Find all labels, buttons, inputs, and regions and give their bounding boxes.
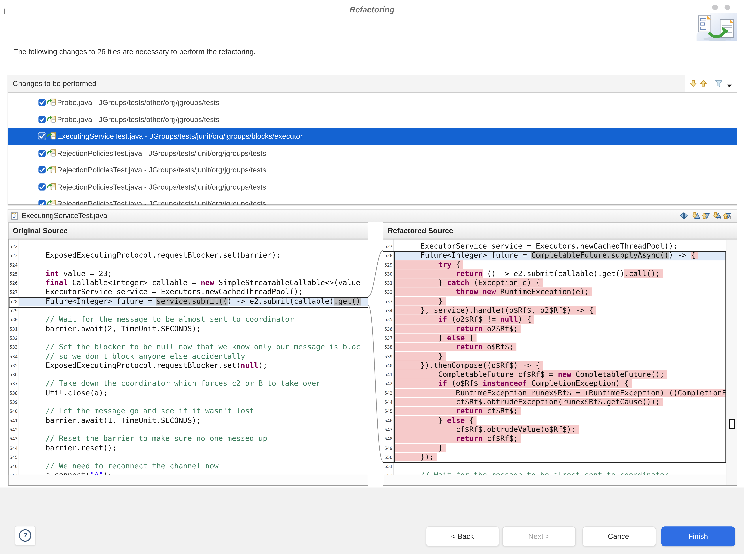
refactored-hscrollbar[interactable] xyxy=(383,475,727,485)
code-line-540: // Let the message go and see if it wasn… xyxy=(19,407,368,416)
dialog-title: Refactoring xyxy=(0,5,744,15)
refactoring-dialog: Refactoring The following ch xyxy=(0,0,744,560)
java-change-icon xyxy=(46,149,56,158)
code-line-540: }).thenCompose((o$Rf$) -> { xyxy=(394,361,727,370)
code-line-549: } xyxy=(394,444,727,453)
previous-change-icon[interactable] xyxy=(700,80,707,89)
change-list-item[interactable]: RejectionPoliciesTest.java - JGroups/tes… xyxy=(8,145,737,161)
code-line-536 xyxy=(19,370,368,379)
back-button[interactable]: < Back xyxy=(426,526,499,546)
code-line-525: int value = 23; xyxy=(19,269,368,278)
item-label: RejectionPoliciesTest.java - JGroups/tes… xyxy=(57,161,266,178)
code-line-528: Future<Integer> future = service.submit(… xyxy=(19,297,368,306)
changes-panel-title: Changes to be performed xyxy=(13,75,96,92)
refactoring-wizard-icon xyxy=(697,13,737,43)
refactored-line-numbers: 5275285295305315325335345355365375385395… xyxy=(383,242,394,475)
code-line-534: }, service).handle((o$Rf$, o2$Rf$) -> { xyxy=(394,306,727,315)
item-label: ExecutingServiceTest.java - JGroups/test… xyxy=(57,128,303,145)
code-line-542: if (o$Rf$ instanceof CompletionException… xyxy=(394,379,727,388)
next-change-icon[interactable] xyxy=(713,212,721,221)
swap-view-icon[interactable] xyxy=(680,212,688,221)
code-line-543: RuntimeException runex$Rf$ = (RuntimeExc… xyxy=(394,388,727,398)
code-line-537: } else { xyxy=(394,334,727,343)
code-line-536: return o2$Rf$; xyxy=(394,324,727,334)
original-source-pane[interactable]: 5225235245255265275285295305315325335345… xyxy=(8,239,368,486)
code-line-533: } xyxy=(394,297,727,306)
java-change-icon xyxy=(46,166,56,175)
item-checkbox[interactable] xyxy=(38,183,46,190)
item-checkbox[interactable] xyxy=(38,166,46,174)
change-list-item[interactable]: Probe.java - JGroups/tests/other/org/jgr… xyxy=(8,111,737,128)
refactored-code-viewport[interactable]: 5275285295305315325335345355365375385395… xyxy=(383,239,727,475)
item-label: RejectionPoliciesTest.java - JGroups/tes… xyxy=(57,145,266,161)
previous-difference-icon[interactable] xyxy=(702,212,710,221)
code-line-535: ExposedExecutingProtocol.requestBlocker.… xyxy=(19,361,368,370)
item-checkbox[interactable] xyxy=(38,149,46,157)
code-line-530: // Wait for the message to be almost sen… xyxy=(19,315,368,324)
code-line-543: // Reset the barrier to make sure no one… xyxy=(19,435,368,444)
code-line-538: Util.close(a); xyxy=(19,388,368,398)
code-line-545 xyxy=(19,453,368,462)
change-list-item[interactable]: ExecutingServiceTest.java - JGroups/test… xyxy=(8,128,737,145)
java-change-icon xyxy=(46,132,56,142)
change-list-item[interactable]: RejectionPoliciesTest.java - JGroups/tes… xyxy=(8,195,737,205)
item-label: RejectionPoliciesTest.java - JGroups/tes… xyxy=(57,195,266,205)
item-label: RejectionPoliciesTest.java - JGroups/tes… xyxy=(57,178,266,195)
original-source-header: Original Source xyxy=(8,222,368,239)
help-icon: ? xyxy=(19,529,31,542)
refactored-source-pane[interactable]: 5275285295305315325335345355365375385395… xyxy=(383,239,737,486)
code-line-532: throw new RuntimeException(e); xyxy=(394,288,727,297)
item-label: Probe.java - JGroups/tests/other/org/jgr… xyxy=(57,111,219,128)
overview-ruler-marker[interactable] xyxy=(729,419,735,429)
filter-menu-caret-icon[interactable] xyxy=(727,81,732,90)
window-control-dot-1[interactable] xyxy=(712,5,718,10)
original-code-viewport[interactable]: 5225235245255265275285295305315325335345… xyxy=(8,239,368,475)
original-code: ExposedExecutingProtocol.requestBlocker.… xyxy=(19,242,368,475)
code-line-539: } xyxy=(394,352,727,361)
filter-icon[interactable] xyxy=(715,80,723,89)
change-list-item[interactable]: RejectionPoliciesTest.java - JGroups/tes… xyxy=(8,178,737,195)
next-difference-icon[interactable] xyxy=(692,212,700,221)
cancel-button[interactable]: Cancel xyxy=(583,526,656,546)
original-hscrollbar[interactable] xyxy=(8,475,368,485)
code-line-533: // Set the blocker to be null now that w… xyxy=(19,343,368,352)
refactored-source-header: Refactored Source xyxy=(383,222,737,239)
code-line-546: // We need to reconnect the channel now xyxy=(19,462,368,471)
overview-ruler[interactable] xyxy=(726,239,737,485)
code-line-550: }); xyxy=(394,453,727,462)
java-file-icon: J xyxy=(11,212,18,222)
code-line-539 xyxy=(19,398,368,407)
code-line-528: Future<Integer> future = CompletableFutu… xyxy=(394,251,727,260)
code-line-527: ExecutorService service = Executors.newC… xyxy=(394,242,727,251)
next-change-icon[interactable] xyxy=(690,80,697,89)
code-line-535: if (o2$Rf$ != null) { xyxy=(394,315,727,324)
changes-list: Probe.java - JGroups/tests/other/org/jgr… xyxy=(8,92,737,205)
original-line-numbers: 5225235245255265275285295305315325335345… xyxy=(8,242,18,475)
changes-panel-header: Changes to be performed xyxy=(8,75,737,92)
code-line-529 xyxy=(19,306,368,315)
item-checkbox[interactable] xyxy=(38,116,46,123)
code-line-532 xyxy=(19,334,368,343)
svg-text:J: J xyxy=(13,213,16,219)
item-checkbox[interactable] xyxy=(38,200,46,205)
refactored-code: ExecutorService service = Executors.newC… xyxy=(394,242,727,475)
change-list-item[interactable]: RejectionPoliciesTest.java - JGroups/tes… xyxy=(8,161,737,178)
code-line-537: // Take down the coordinator which force… xyxy=(19,379,368,388)
panel-separator xyxy=(8,205,737,206)
next-button[interactable]: Next > xyxy=(502,526,576,546)
change-list-item[interactable]: Probe.java - JGroups/tests/other/org/jgr… xyxy=(8,94,737,111)
changes-panel: Changes to be performed Probe.java - JGr… xyxy=(8,75,737,205)
finish-button[interactable]: Finish xyxy=(661,526,735,546)
diff-connector xyxy=(368,239,383,486)
item-checkbox[interactable] xyxy=(38,133,46,140)
previous-change-icon[interactable] xyxy=(723,212,731,221)
code-line-541: barrier.await(1, TimeUnit.SECONDS); xyxy=(19,416,368,425)
code-line-551 xyxy=(394,462,727,471)
help-button[interactable]: ? xyxy=(15,526,36,546)
item-checkbox[interactable] xyxy=(38,99,46,106)
window-control-dot-2[interactable] xyxy=(724,5,730,10)
compare-file-label: ExecutingServiceTest.java xyxy=(22,210,107,222)
code-line-534: // so we don't block anyone else acciden… xyxy=(19,352,368,361)
code-line-523: ExposedExecutingProtocol.requestBlocker.… xyxy=(19,251,368,260)
dialog-footer: ? < Back Next > Cancel Finish xyxy=(0,487,744,554)
